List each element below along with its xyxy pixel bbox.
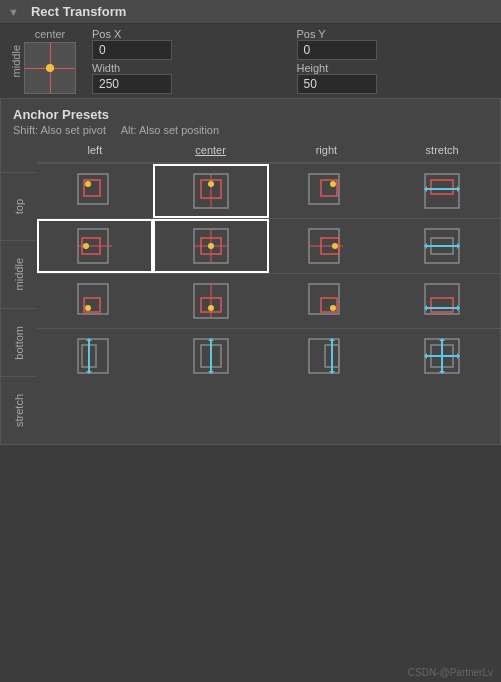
preset-icon-stretch-center [190, 335, 232, 377]
rect-transform-header: ▼ Rect Transform [0, 0, 501, 24]
svg-point-27 [332, 243, 338, 249]
anchor-presets-header: Anchor Presets Shift: Also set pivot Alt… [1, 99, 500, 138]
preset-icon-stretch-left [74, 335, 116, 377]
side-label: middle [8, 45, 24, 77]
preset-icon-top-stretch [421, 170, 463, 212]
preset-top-stretch[interactable] [384, 164, 500, 218]
preset-middle-center[interactable] [153, 219, 269, 273]
anchor-center-label: center [35, 28, 66, 40]
preset-icon-stretch-stretch [421, 335, 463, 377]
row-label-middle: middle [1, 240, 37, 308]
svg-point-35 [85, 305, 91, 311]
pos-x-field: Pos X 0 [92, 28, 289, 60]
svg-point-18 [83, 243, 89, 249]
preset-icon-bottom-center [190, 280, 232, 322]
svg-rect-7 [309, 174, 339, 204]
row-label-bottom: bottom [1, 308, 37, 376]
preset-stretch-right[interactable] [269, 329, 385, 383]
preset-icon-middle-center [190, 225, 232, 267]
pos-x-value[interactable]: 0 [92, 40, 172, 60]
svg-rect-11 [431, 180, 453, 194]
anchor-preview-widget[interactable]: center [24, 28, 76, 94]
row-label-top-text: top [11, 199, 27, 214]
shift-hint: Shift: Also set pivot [13, 124, 106, 136]
svg-rect-33 [78, 284, 108, 314]
row-label-stretch: stretch [1, 376, 37, 444]
grid-row-none [37, 163, 500, 218]
side-label-container: middle [8, 45, 24, 77]
panel-title: Rect Transform [31, 4, 126, 19]
svg-rect-44 [431, 298, 453, 312]
preset-bottom-left[interactable] [37, 274, 153, 328]
anchor-presets-title: Anchor Presets [13, 107, 488, 122]
anchor-presets-subtitle: Shift: Also set pivot Alt: Also set posi… [13, 124, 488, 136]
preset-icon-bottom-left [74, 280, 116, 322]
row-label-spacer [1, 138, 37, 172]
pos-y-field: Pos Y 0 [297, 28, 494, 60]
grid-row-stretch [37, 328, 500, 383]
svg-rect-43 [425, 284, 459, 314]
preset-stretch-left[interactable] [37, 329, 153, 383]
height-field: Height 50 [297, 62, 494, 94]
svg-rect-10 [425, 174, 459, 208]
preset-middle-left[interactable] [37, 219, 153, 273]
preset-stretch-center[interactable] [153, 329, 269, 383]
collapse-arrow[interactable]: ▼ [8, 6, 19, 18]
pos-x-label: Pos X [92, 28, 289, 40]
grid-header-row: left center right stretch [37, 138, 500, 163]
preset-icon-middle-right [305, 225, 347, 267]
presets-main-grid: left center right stretch [37, 138, 500, 444]
col-header-stretch: stretch [384, 138, 500, 162]
col-header-right: right [269, 138, 385, 162]
anchor-dot [46, 64, 54, 72]
preset-top-center[interactable] [153, 164, 269, 218]
svg-point-23 [208, 243, 214, 249]
row-label-bottom-text: bottom [11, 326, 27, 360]
preset-icon-stretch-right [305, 335, 347, 377]
preset-icon-top-center [190, 170, 232, 212]
row-label-top: top [1, 172, 37, 240]
width-value[interactable]: 250 [92, 74, 172, 94]
preset-middle-stretch[interactable] [384, 219, 500, 273]
pos-y-label: Pos Y [297, 28, 494, 40]
pos-y-value[interactable]: 0 [297, 40, 377, 60]
col-header-left: left [37, 138, 153, 162]
svg-point-9 [330, 181, 336, 187]
preset-bottom-stretch[interactable] [384, 274, 500, 328]
preset-icon-bottom-stretch [421, 280, 463, 322]
preset-stretch-stretch[interactable] [384, 329, 500, 383]
row-labels-column: top middle bottom stretch [1, 138, 37, 444]
preset-middle-right[interactable] [269, 219, 385, 273]
grid-row-bottom [37, 273, 500, 328]
row-label-middle-text: middle [11, 258, 27, 290]
preset-icon-middle-left [74, 225, 116, 267]
svg-rect-0 [78, 174, 108, 204]
alt-hint: Alt: Also set position [121, 124, 219, 136]
svg-point-39 [208, 305, 214, 311]
preset-top-left[interactable] [37, 164, 153, 218]
height-value[interactable]: 50 [297, 74, 377, 94]
rect-info-row: middle center Pos X 0 Pos Y 0 Width 250 … [0, 24, 501, 98]
svg-point-6 [208, 181, 214, 187]
preset-icon-top-right [305, 170, 347, 212]
preset-top-right[interactable] [269, 164, 385, 218]
watermark: CSDN-@PartnerLv [408, 667, 493, 678]
preset-bottom-center[interactable] [153, 274, 269, 328]
preset-icon-bottom-right [305, 280, 347, 322]
col-header-center: center [153, 138, 269, 162]
width-label: Width [92, 62, 289, 74]
presets-grid-wrapper: top middle bottom stretch left center ri… [1, 138, 500, 444]
anchor-presets-panel: Anchor Presets Shift: Also set pivot Alt… [0, 98, 501, 445]
svg-point-42 [330, 305, 336, 311]
height-label: Height [297, 62, 494, 74]
preset-icon-middle-stretch [421, 225, 463, 267]
preset-icon-top-left [74, 170, 116, 212]
svg-point-2 [85, 181, 91, 187]
svg-rect-58 [309, 339, 339, 373]
width-field: Width 250 [92, 62, 289, 94]
preset-bottom-right[interactable] [269, 274, 385, 328]
anchor-preview-box[interactable] [24, 42, 76, 94]
position-fields: Pos X 0 Pos Y 0 Width 250 Height 50 [92, 28, 493, 94]
grid-row-middle [37, 218, 500, 273]
row-label-stretch-text: stretch [11, 394, 27, 427]
